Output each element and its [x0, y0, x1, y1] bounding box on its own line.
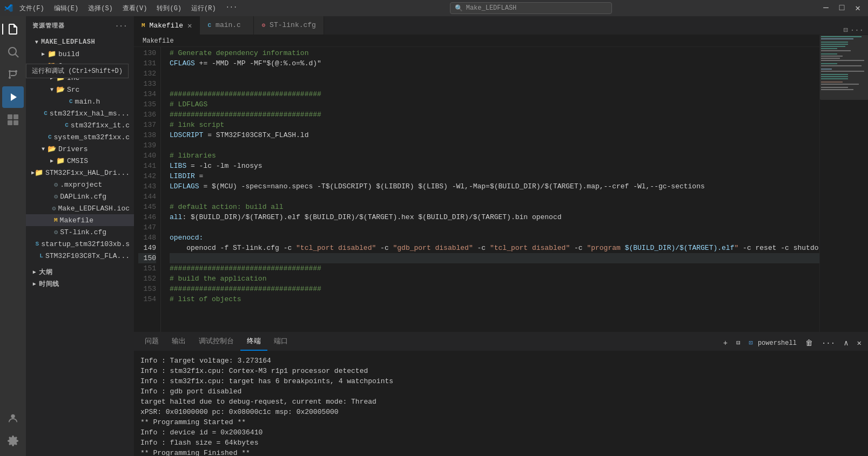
split-editor-icon[interactable]: ⊟	[843, 25, 847, 35]
sidebar-more-icon[interactable]: ···	[115, 23, 127, 29]
activity-run-debug[interactable]	[2, 86, 24, 108]
code-line-149: openocd -f ST-link.cfg -c "tcl_port disa…	[170, 243, 819, 253]
panel-tab-problems[interactable]: 问题	[138, 332, 165, 351]
panel-tab-debug-console[interactable]: 调试控制台	[192, 332, 240, 351]
tab-makefile[interactable]: M Makefile ✕	[134, 16, 200, 35]
tree-label-makefile: Makefile	[60, 216, 93, 224]
arrow-icon: ▶	[30, 269, 39, 275]
tree-item-mxproject[interactable]: ⚙ .mxproject	[26, 179, 134, 190]
tree-label-startup: startup_stm32f103xb.s	[41, 240, 130, 248]
arrow-icon: ▼	[39, 146, 48, 152]
panel-tab-terminal[interactable]: 终端	[240, 332, 267, 351]
tab-main-c[interactable]: C main.c	[200, 16, 254, 35]
maximize-button[interactable]: □	[836, 3, 848, 13]
activity-files[interactable]	[2, 18, 24, 40]
more-editors-icon[interactable]: ···	[850, 26, 864, 35]
tree-label-inc: Inc	[67, 74, 79, 82]
tab-makefile-close[interactable]: ✕	[187, 21, 192, 30]
sidebar-outline[interactable]: ▶ 大纲	[26, 266, 134, 278]
tree-item-core[interactable]: ▼ 📂 Core	[26, 60, 134, 72]
tree-item-inc[interactable]: ▶ 📁 Inc	[26, 72, 134, 84]
menu-goto[interactable]: 转到(G)	[152, 3, 186, 14]
terminal-line-5: target halted due to debug-request, curr…	[140, 397, 862, 407]
arrow-icon: ▶	[39, 51, 48, 57]
tree-item-stm32-it[interactable]: C stm32f1xx_it.c	[26, 119, 134, 131]
split-terminal-button[interactable]: ⊟	[734, 338, 742, 348]
tree-label-core: Core	[58, 62, 75, 70]
activity-bar: 运行和调试 (Ctrl+Shift+D)	[0, 16, 26, 456]
tree-item-st-link[interactable]: ⚙ ST-link.cfg	[26, 226, 134, 238]
tree-label-system-stm32: system_stm32f1xx.c	[54, 133, 130, 141]
output-tab-label: 输出	[172, 336, 186, 346]
activity-search[interactable]	[2, 41, 24, 63]
sidebar-timeline[interactable]: ▶ 时间线	[26, 278, 134, 290]
activity-account[interactable]	[2, 407, 24, 429]
sidebar: 资源管理器 ··· ▼ MAKE_LEDFLASH ▶ 📁 build	[26, 16, 134, 456]
menu-more[interactable]: ···	[221, 3, 242, 14]
menu-view[interactable]: 查看(V)	[118, 3, 152, 14]
problems-tab-label: 问题	[145, 336, 159, 346]
kill-terminal-button[interactable]: 🗑	[803, 338, 815, 349]
menu-select[interactable]: 选择(S)	[84, 3, 117, 14]
search-glass-icon: 🔍	[455, 4, 463, 12]
code-line-146: all: $(BUILD_DIR)/$(TARGET).elf $(BUILD_…	[170, 212, 819, 222]
editor-main: Makefile 130 131 132 133 134 135 136 137	[134, 35, 868, 456]
cfg-tab-icon: ⚙	[261, 22, 265, 29]
folder-icon: 📁	[35, 168, 43, 177]
tree-item-startup[interactable]: S startup_stm32f103xb.s	[26, 238, 134, 250]
tree-item-main-h[interactable]: C main.h	[26, 96, 134, 107]
arrow-icon: ▶	[48, 74, 56, 81]
folder-open-icon: 📂	[48, 145, 56, 153]
svg-rect-8	[8, 120, 12, 125]
terminal-line-1: Info : Target voltage: 3.273164	[140, 356, 862, 366]
folder-open-icon: 📂	[48, 62, 56, 70]
panel-tab-ports[interactable]: 端口	[267, 332, 294, 351]
arrow-icon: ▼	[48, 87, 56, 93]
tree-item-hal-dri[interactable]: ▶ 📁 STM32F1xx_HAL_Dri...	[26, 167, 134, 179]
code-line-152: # build the application	[170, 274, 819, 284]
tree-item-make-ledflash[interactable]: ▼ MAKE_LEDFLASH	[26, 36, 134, 48]
tree-item-makefile[interactable]: M Makefile	[26, 214, 134, 226]
sidebar-header-icons: ···	[115, 23, 127, 29]
activity-settings[interactable]	[2, 430, 24, 452]
tree-label-drivers: Drivers	[58, 145, 88, 153]
tree-item-ld[interactable]: L STM32F103C8Tx_FLA...	[26, 250, 134, 262]
config-icon: ⚙	[54, 181, 58, 189]
panel-tab-output[interactable]: 输出	[165, 332, 192, 351]
menu-file[interactable]: 文件(F)	[15, 3, 49, 14]
code-line-151: ####################################	[170, 263, 819, 274]
terminal-content[interactable]: Info : Target voltage: 3.273164 Info : s…	[134, 351, 868, 456]
tree-label-stm32-it: stm32f1xx_it.c	[71, 121, 130, 130]
activity-extensions[interactable]	[2, 109, 24, 131]
close-button[interactable]: ✕	[852, 3, 864, 13]
tree-item-daplink[interactable]: ⚙ DAPLink.cfg	[26, 190, 134, 202]
powershell-icon: ⊡	[749, 339, 752, 347]
svg-rect-7	[14, 114, 18, 119]
tree-item-stm32-hal[interactable]: C stm32f1xx_hal_ms...	[26, 107, 134, 119]
tree-item-drivers[interactable]: ▼ 📂 Drivers	[26, 143, 134, 155]
menu-edit[interactable]: 编辑(E)	[50, 3, 83, 14]
activity-source-control[interactable]: 运行和调试 (Ctrl+Shift+D)	[2, 64, 24, 85]
menu-run[interactable]: 运行(R)	[187, 3, 220, 14]
tab-makefile-label: Makefile	[150, 22, 183, 30]
code-content[interactable]: 130 131 132 133 134 135 136 137 138 139 …	[134, 47, 819, 332]
more-panel-actions-button[interactable]: ···	[819, 338, 837, 349]
tree-item-ioc[interactable]: ⚙ Make_LEDFLASH.ioc	[26, 202, 134, 214]
close-panel-button[interactable]: ✕	[855, 337, 864, 349]
title-bar-center: 🔍 Make_LEDFLASH	[246, 2, 816, 14]
tree-item-src[interactable]: ▼ 📂 Src	[26, 84, 134, 96]
tab-st-link-cfg[interactable]: ⚙ ST-link.cfg	[254, 16, 324, 35]
tree-item-build[interactable]: ▶ 📁 build	[26, 48, 134, 60]
breadcrumb-filename: Makefile	[143, 37, 174, 45]
tree-item-cmsis[interactable]: ▶ 📁 CMSIS	[26, 155, 134, 167]
maximize-panel-button[interactable]: ∧	[842, 337, 850, 349]
global-search-box[interactable]: 🔍 Make_LEDFLASH	[450, 2, 612, 14]
terminal-line-6: xPSR: 0x01000000 pc: 0x08000c1c msp: 0x2…	[140, 407, 862, 417]
minimize-button[interactable]: ─	[820, 3, 832, 13]
activity-bar-bottom	[2, 407, 24, 456]
new-terminal-button[interactable]: +	[721, 338, 730, 349]
sidebar-bottom-sections: ▶ 大纲 ▶ 时间线	[26, 266, 134, 290]
tree-label-daplink: DAPLink.cfg	[60, 193, 106, 201]
tree-item-system-stm32[interactable]: C system_stm32f1xx.c	[26, 131, 134, 143]
editor-area: M Makefile ✕ C main.c ⚙ ST-link.cfg ⊟ ··…	[134, 16, 868, 456]
